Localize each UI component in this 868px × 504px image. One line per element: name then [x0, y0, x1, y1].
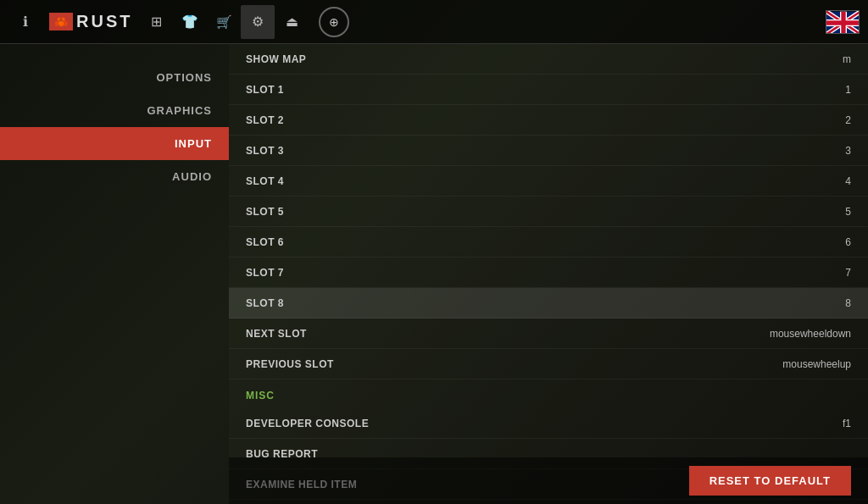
sidebar-item-options[interactable]: OPTIONS — [0, 61, 229, 94]
setting-value: 4 — [724, 175, 851, 187]
bottom-bar: RESET TO DEFAULT — [229, 457, 868, 504]
gear-icon: ⚙ — [252, 14, 264, 30]
setting-value: f1 — [724, 418, 851, 429]
settings-table: SHOW MAP m SLOT 1 1 SLOT 2 2 SLOT 3 3 SL… — [229, 44, 868, 504]
setting-label: SLOT 2 — [246, 114, 724, 126]
language-flag[interactable] — [826, 10, 860, 34]
setting-value: 1 — [724, 84, 851, 96]
table-row[interactable]: SLOT 1 1 — [229, 75, 868, 105]
sidebar: OPTIONS GRAPHICS INPUT AUDIO — [0, 44, 229, 504]
main-content: OPTIONS GRAPHICS INPUT AUDIO SHOW MAP m … — [0, 44, 868, 504]
setting-label: SLOT 3 — [246, 145, 724, 157]
setting-value: m — [724, 53, 851, 65]
setting-label: DEVELOPER CONSOLE — [246, 418, 724, 429]
exit-icon: ⏏ — [286, 14, 298, 30]
map-icon: ⊞ — [151, 14, 162, 30]
setting-value: 6 — [724, 236, 851, 248]
info-button[interactable]: ℹ — [8, 5, 42, 39]
map-nav-button[interactable]: ⊞ — [139, 5, 173, 39]
cart-icon: 🛒 — [216, 14, 232, 30]
table-row[interactable]: SLOT 2 2 — [229, 105, 868, 136]
uk-flag-icon — [826, 11, 860, 34]
table-row[interactable]: SLOT 5 5 — [229, 197, 868, 227]
shop-button[interactable]: 🛒 — [207, 5, 241, 39]
table-row[interactable]: PREVIOUS SLOT mousewheelup — [229, 349, 868, 379]
reset-to-default-button[interactable]: RESET TO DEFAULT — [689, 466, 851, 496]
setting-label: SLOT 4 — [246, 175, 724, 187]
sidebar-item-audio[interactable]: AUDIO — [0, 160, 229, 193]
setting-label: SLOT 6 — [246, 236, 724, 248]
setting-value: 7 — [724, 267, 851, 279]
rust-logo: 🦀 RUST — [49, 12, 132, 31]
content-panel[interactable]: SHOW MAP m SLOT 1 1 SLOT 2 2 SLOT 3 3 SL… — [229, 44, 868, 504]
setting-label: SLOT 7 — [246, 267, 724, 279]
setting-value: 3 — [724, 145, 851, 157]
setting-value: mousewheelup — [724, 358, 851, 370]
table-row[interactable]: DEVELOPER CONSOLE f1 — [229, 408, 868, 439]
table-row[interactable]: NEXT SLOT mousewheeldown — [229, 318, 868, 349]
table-row[interactable]: SLOT 4 4 — [229, 166, 868, 197]
special-nav-button[interactable]: ⊕ — [319, 7, 349, 37]
setting-label: SHOW MAP — [246, 53, 724, 65]
setting-label: SLOT 8 — [246, 297, 724, 309]
sidebar-item-graphics[interactable]: GRAPHICS — [0, 94, 229, 127]
rust-logo-text: RUST — [76, 12, 132, 31]
setting-value: mousewheeldown — [724, 328, 851, 340]
shirt-icon: 👕 — [181, 14, 198, 30]
setting-value: 5 — [724, 206, 851, 218]
setting-label: NEXT SLOT — [246, 328, 724, 340]
misc-section-header: MISC — [229, 383, 868, 408]
wardrobe-button[interactable]: 👕 — [173, 5, 207, 39]
setting-label: SLOT 1 — [246, 84, 724, 96]
setting-label: PREVIOUS SLOT — [246, 358, 724, 370]
settings-button[interactable]: ⚙ — [241, 5, 275, 39]
setting-label: SLOT 5 — [246, 206, 724, 218]
table-row[interactable]: SLOT 7 7 — [229, 258, 868, 288]
table-row-highlighted[interactable]: SLOT 8 8 — [229, 288, 868, 318]
exit-button[interactable]: ⏏ — [275, 5, 309, 39]
rust-logo-icon: 🦀 — [49, 13, 73, 30]
top-navigation: ℹ 🦀 RUST ⊞ 👕 🛒 ⚙ ⏏ ⊕ — [0, 0, 868, 44]
special-icon: ⊕ — [329, 15, 339, 29]
table-row[interactable]: SLOT 3 3 — [229, 136, 868, 166]
info-icon: ℹ — [23, 14, 28, 30]
setting-value: 8 — [724, 297, 851, 309]
table-row[interactable]: SLOT 6 6 — [229, 227, 868, 258]
table-row[interactable]: SHOW MAP m — [229, 44, 868, 75]
setting-value: 2 — [724, 114, 851, 126]
sidebar-item-input[interactable]: INPUT — [0, 127, 229, 160]
